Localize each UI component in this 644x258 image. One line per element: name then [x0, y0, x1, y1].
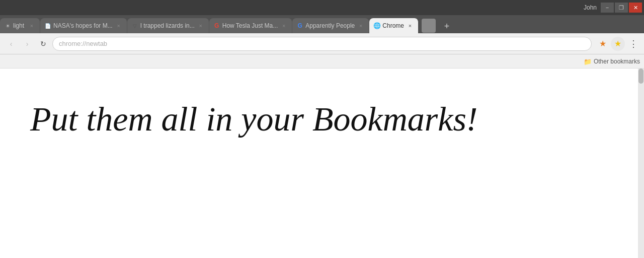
tab-apparently[interactable]: G Apparently People × [292, 18, 369, 33]
tab-favicon-chrome: 🌐 [373, 22, 380, 29]
scrollbar[interactable] [638, 69, 644, 258]
restore-button[interactable]: ❐ [615, 3, 628, 13]
bookmarks-manager-icon[interactable]: ★ [611, 37, 625, 51]
star-icon: ★ [599, 39, 606, 48]
window-controls: − ❐ ✕ [601, 3, 642, 13]
bookmarks-bar: 📁 Other bookmarks [0, 54, 644, 69]
browser-window: John − ❐ ✕ ☀ light × 📄 NASA's hopes for … [0, 0, 644, 258]
tab-close-light[interactable]: × [28, 22, 36, 30]
tab-close-nasa[interactable]: × [115, 22, 123, 30]
tab-title-tesla: How Tesla Just Ma... [222, 22, 278, 29]
tab-title-nasa: NASA's hopes for M... [53, 22, 113, 29]
new-tab-button[interactable]: + [440, 19, 454, 33]
tab-favicon-tesla: G [213, 22, 220, 29]
tab-close-lizards[interactable]: × [197, 22, 205, 30]
folder-icon: 📁 [584, 58, 592, 66]
tab-title-lizards: I trapped lizards in... [140, 22, 195, 29]
new-tab-thumbnail[interactable] [422, 19, 436, 33]
tab-close-chrome[interactable]: × [406, 22, 414, 30]
tab-title-chrome: Chrome [382, 22, 404, 29]
bookmark-star-icon[interactable]: ★ [596, 37, 610, 51]
username-label: John [584, 4, 597, 11]
tab-favicon-apparently: G [296, 22, 303, 29]
page-content: Put them all in your Bookmarks! [0, 69, 644, 140]
tab-close-apparently[interactable]: × [357, 22, 365, 30]
url-display: chrome://newtab [59, 40, 107, 47]
menu-dots-icon: ⋮ [629, 38, 637, 49]
tab-title-light: light [13, 22, 26, 29]
tab-favicon-nasa: 📄 [44, 22, 51, 29]
toolbar-icons: ★ ★ ⋮ [596, 37, 640, 51]
tab-favicon-lizards: ▽ [131, 22, 138, 29]
toolbar: ‹ › ↻ chrome://newtab ★ ★ ⋮ [0, 33, 644, 54]
yellow-star-icon: ★ [614, 39, 621, 48]
close-button[interactable]: ✕ [629, 3, 642, 13]
tab-title-apparently: Apparently People [305, 22, 355, 29]
tab-nasa[interactable]: 📄 NASA's hopes for M... × [40, 18, 127, 33]
tab-lizards[interactable]: ▽ I trapped lizards in... × [127, 18, 209, 33]
main-headline: Put them all in your Bookmarks! [30, 99, 614, 140]
tab-chrome[interactable]: 🌐 Chrome × [369, 18, 419, 33]
minimize-button[interactable]: − [601, 3, 614, 13]
tab-favicon-light: ☀ [4, 22, 11, 29]
tabs-bar: ☀ light × 📄 NASA's hopes for M... × ▽ I … [0, 15, 644, 33]
other-bookmarks-label: Other bookmarks [594, 58, 640, 65]
title-bar: John − ❐ ✕ [0, 0, 644, 15]
tab-light[interactable]: ☀ light × [0, 18, 40, 33]
forward-button[interactable]: › [20, 37, 34, 51]
scrollbar-thumb[interactable] [638, 69, 643, 84]
reload-button[interactable]: ↻ [36, 37, 50, 51]
tab-tesla[interactable]: G How Tesla Just Ma... × [209, 18, 292, 33]
other-bookmarks-link[interactable]: 📁 Other bookmarks [580, 54, 644, 69]
tab-close-tesla[interactable]: × [280, 22, 288, 30]
content-area: Put them all in your Bookmarks! [0, 69, 644, 258]
omnibar[interactable]: chrome://newtab [52, 37, 592, 51]
menu-button[interactable]: ⋮ [626, 37, 640, 51]
back-button[interactable]: ‹ [4, 37, 18, 51]
